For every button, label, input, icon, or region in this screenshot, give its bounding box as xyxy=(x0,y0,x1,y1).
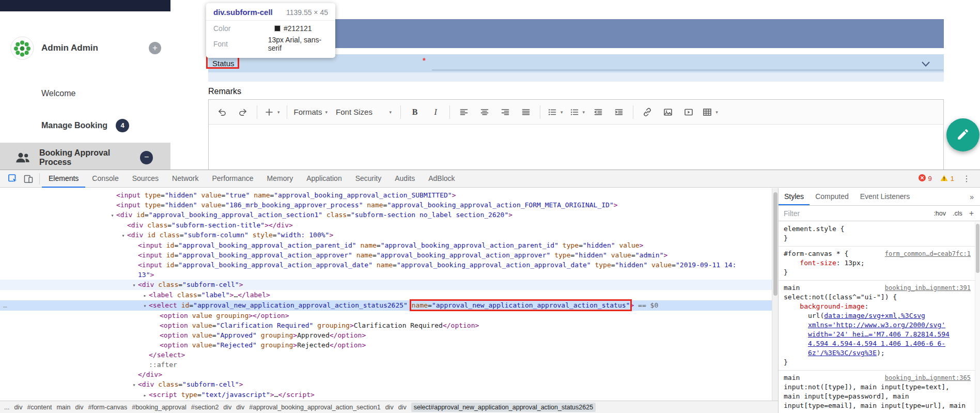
tree-node[interactable]: <option value="Clarification Required" g… xyxy=(0,320,772,330)
breadcrumb-item[interactable]: div xyxy=(236,404,244,411)
italic-button[interactable]: I xyxy=(425,102,446,122)
tree-node[interactable]: </div> xyxy=(0,370,772,379)
styles-scrollbar[interactable] xyxy=(975,222,980,413)
scrollbar-thumb[interactable] xyxy=(773,192,777,296)
tree-node[interactable]: ▾<div class="subform-cell"> xyxy=(0,379,772,390)
tree-node[interactable]: <input id="approval_booking_approval_act… xyxy=(0,250,772,260)
redo-button[interactable] xyxy=(232,102,253,122)
expand-arrow-down-icon[interactable]: ▾ xyxy=(119,231,127,240)
editor-content[interactable] xyxy=(209,125,943,170)
tree-node[interactable]: ▾<div class="subform-cell"> xyxy=(0,280,772,290)
indent-button[interactable] xyxy=(609,102,629,122)
image-button[interactable] xyxy=(658,102,678,122)
tree-node[interactable]: <input id="approval_booking_approval_act… xyxy=(0,260,772,270)
sidebar-item-manage-booking[interactable]: Manage Booking 4 xyxy=(41,119,129,132)
styles-panel-tab-computed[interactable]: Computed xyxy=(810,188,854,205)
align-center-button[interactable] xyxy=(474,102,495,122)
bold-button[interactable]: B xyxy=(405,102,425,122)
breadcrumb-item[interactable]: ... xyxy=(4,404,9,411)
devtools-tab-application[interactable]: Application xyxy=(300,170,349,188)
breadcrumb-item[interactable]: #form-canvas xyxy=(88,404,127,411)
tree-node[interactable]: …▾<select id="approval_new_application_a… xyxy=(0,300,772,311)
breadcrumb-item[interactable]: div xyxy=(223,404,231,411)
tree-node[interactable]: <input type="hidden" value="186_mrb_book… xyxy=(0,200,772,210)
styles-filter-input[interactable]: Filter xyxy=(779,209,800,218)
status-dropdown-chevron-icon[interactable] xyxy=(921,60,930,69)
tree-node[interactable]: ::after xyxy=(0,360,772,370)
stylesheet-source-link[interactable]: booking_inb…ignment:365 xyxy=(885,373,971,383)
edit-fab-button[interactable] xyxy=(946,118,979,151)
devtools-tab-adblock[interactable]: AdBlock xyxy=(422,170,461,188)
devtools-tab-audits[interactable]: Audits xyxy=(388,170,422,188)
stylesheet-source-link[interactable]: form_common…d=ceab7fc:1 xyxy=(885,249,971,258)
tree-node[interactable]: <option value="Rejected" grouping>Reject… xyxy=(0,340,772,350)
node-more-icon[interactable]: … xyxy=(3,300,7,310)
breadcrumb-item[interactable]: #section2 xyxy=(191,404,219,411)
stylesheet-source-link[interactable]: booking_inb…ignment:391 xyxy=(885,283,971,293)
breadcrumb-item[interactable]: #content xyxy=(27,404,52,411)
align-left-button[interactable] xyxy=(454,102,474,122)
tree-node[interactable]: ▸<label class="label">…</label> xyxy=(0,290,772,300)
error-count-badge[interactable]: 9 xyxy=(919,174,932,183)
numbered-list-button[interactable]: ▾ xyxy=(566,102,588,122)
devtools-tab-network[interactable]: Network xyxy=(165,170,205,188)
devtools-tab-elements[interactable]: Elements xyxy=(42,170,85,188)
breadcrumb-item[interactable]: div xyxy=(398,404,407,411)
devtools-tab-console[interactable]: Console xyxy=(85,170,125,188)
sidebar-item-welcome[interactable]: Welcome xyxy=(41,89,75,98)
devtools-menu-icon[interactable]: ⋮ xyxy=(962,174,971,183)
add-user-button[interactable]: + xyxy=(149,42,161,54)
insert-button[interactable]: ▾ xyxy=(261,102,283,122)
overflow-chevrons-icon[interactable]: » xyxy=(970,193,980,201)
tree-node[interactable]: <option value grouping></option> xyxy=(0,311,772,320)
formats-dropdown[interactable]: Formats▾ xyxy=(291,102,331,122)
user-profile[interactable]: Admin Admin + xyxy=(10,36,161,60)
tree-node[interactable]: <div class="subform-section-title"></div… xyxy=(0,220,772,230)
devtools-tab-memory[interactable]: Memory xyxy=(260,170,300,188)
tree-node[interactable]: </select> xyxy=(0,350,772,360)
hov-toggle[interactable]: :hov xyxy=(934,210,946,217)
cls-toggle[interactable]: .cls xyxy=(953,210,962,217)
inspect-element-icon[interactable] xyxy=(5,172,21,186)
breadcrumb-item[interactable]: div xyxy=(75,404,83,411)
status-select[interactable] xyxy=(432,70,943,70)
breadcrumb-item[interactable]: #approval_booking_approval_action_sectio… xyxy=(249,404,380,411)
styles-panel-tab-styles[interactable]: Styles xyxy=(779,188,810,205)
devtools-tab-security[interactable]: Security xyxy=(349,170,388,188)
undo-button[interactable] xyxy=(212,102,232,122)
collapse-minus-icon[interactable]: − xyxy=(140,151,153,164)
tree-node[interactable]: ▾<div id="approval_booking_approval_acti… xyxy=(0,210,772,220)
media-button[interactable] xyxy=(678,102,699,122)
breadcrumb-item[interactable]: #booking_approval xyxy=(132,404,186,411)
table-button[interactable]: ▾ xyxy=(699,102,721,122)
styles-panel-tab-event-listeners[interactable]: Event Listeners xyxy=(854,188,916,205)
expand-arrow-right-icon[interactable]: ▸ xyxy=(141,390,149,400)
expand-arrow-down-icon[interactable]: ▾ xyxy=(130,280,138,290)
tree-node[interactable]: ▸<script type="text/javascript">…</scrip… xyxy=(0,390,772,400)
bullet-list-button[interactable]: ▾ xyxy=(544,102,566,122)
tree-node[interactable]: <input id="approval_booking_approval_act… xyxy=(0,240,772,250)
breadcrumb-item[interactable]: main xyxy=(56,404,70,411)
tree-node[interactable]: <input type="hidden" value="true" name="… xyxy=(0,190,772,200)
breadcrumb-item[interactable]: div xyxy=(14,404,22,411)
tree-node[interactable]: <option value="Approved" grouping>Approv… xyxy=(0,330,772,340)
expand-arrow-right-icon[interactable]: ▸ xyxy=(141,290,149,300)
expand-arrow-down-icon[interactable]: ▾ xyxy=(108,210,116,220)
new-style-rule-button[interactable]: + xyxy=(969,209,974,218)
link-button[interactable] xyxy=(637,102,658,122)
elements-scrollbar[interactable] xyxy=(772,188,778,401)
breadcrumb-item[interactable]: select#approval_new_application_approval… xyxy=(411,403,596,412)
devtools-tab-sources[interactable]: Sources xyxy=(126,170,165,188)
sidebar-item-booking-approval-process[interactable]: Booking Approval Process − xyxy=(0,143,170,173)
expand-arrow-down-icon[interactable]: ▾ xyxy=(141,301,149,311)
tree-node[interactable]: ▾<div id class="subform-column" style="w… xyxy=(0,230,772,240)
devtools-tab-performance[interactable]: Performance xyxy=(205,170,260,188)
breadcrumb-item[interactable]: div xyxy=(385,404,394,411)
warning-count-badge[interactable]: 1 xyxy=(940,175,954,183)
outdent-button[interactable] xyxy=(588,102,609,122)
device-toolbar-icon[interactable] xyxy=(21,172,36,186)
expand-arrow-down-icon[interactable]: ▾ xyxy=(130,380,138,390)
scrollbar-thumb[interactable] xyxy=(976,224,979,273)
align-right-button[interactable] xyxy=(495,102,516,122)
align-justify-button[interactable] xyxy=(516,102,536,122)
